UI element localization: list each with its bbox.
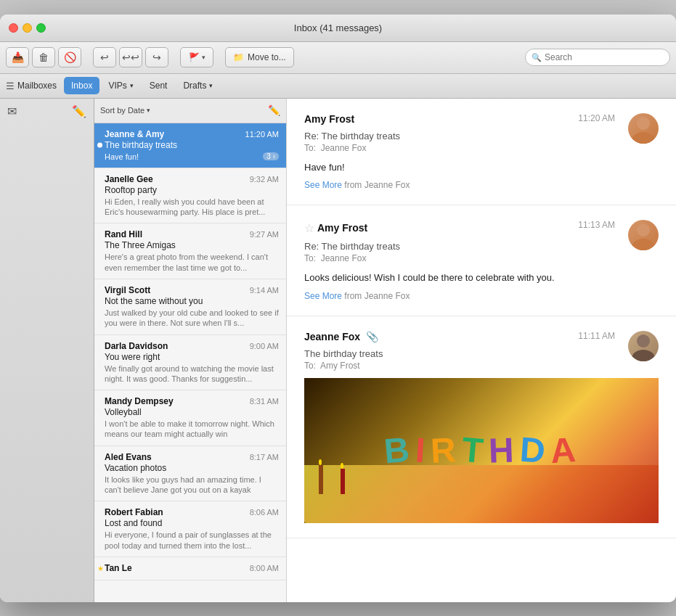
svg-point-1: [632, 132, 655, 144]
email-time: 9:32 AM: [250, 175, 279, 184]
compose-icon[interactable]: ✏️: [72, 104, 86, 118]
email-time: 8:31 AM: [250, 397, 279, 406]
see-more-link[interactable]: See More from Jeanne Fox: [304, 180, 659, 190]
message-subject: Re: The birthday treats: [304, 241, 571, 252]
reply-all-icon: ↩↩: [122, 52, 139, 63]
sidebar-header: ✉ ✏️: [0, 99, 94, 125]
sender-name: Rand Hill: [105, 229, 142, 239]
message-card: ☆ Amy Frost Re: The birthday treats To: …: [287, 205, 676, 316]
forward-button[interactable]: ↪: [145, 47, 168, 67]
mailboxes-label[interactable]: Mailboxes: [17, 81, 57, 91]
search-input[interactable]: [545, 52, 664, 62]
attachment-icon: 📎: [366, 331, 378, 342]
email-time: 8:06 AM: [250, 508, 279, 517]
message-time: 11:11 AM: [578, 331, 615, 341]
tab-vips-label: VIPs: [108, 81, 126, 91]
message-to: To: Jeanne Fox: [304, 253, 571, 263]
sort-chevron: ▾: [147, 107, 150, 114]
list-item[interactable]: Darla Davidson 9:00 AM You were right We…: [94, 335, 286, 391]
email-subject: The Three Amigas: [105, 240, 279, 250]
svg-point-3: [632, 239, 655, 250]
message-card: Amy Frost Re: The birthday treats To: Je…: [287, 99, 676, 206]
reply-all-button[interactable]: ↩↩: [119, 47, 142, 67]
message-from: Amy Frost: [317, 222, 367, 234]
move-icon: 📁: [233, 52, 244, 62]
tab-drafts[interactable]: Drafts ▾: [176, 77, 220, 94]
flag-chevron: ▾: [202, 54, 205, 61]
sender-name: Darla Davidson: [105, 341, 168, 351]
message-subject: The birthday treats: [304, 348, 571, 359]
list-item[interactable]: Virgil Scott 9:14 AM Not the same withou…: [94, 279, 286, 335]
list-item[interactable]: Robert Fabian 8:06 AM Lost and found Hi …: [94, 501, 286, 557]
message-from: Amy Frost: [304, 113, 354, 125]
move-to-button[interactable]: 📁 Move to...: [225, 47, 294, 67]
email-subject: Vacation photos: [105, 463, 279, 473]
email-time: 9:14 AM: [250, 286, 279, 295]
titlebar: Inbox (41 messages): [0, 15, 676, 42]
sender-name: Robert Fabian: [105, 507, 163, 517]
star-button[interactable]: ☆: [304, 221, 314, 235]
list-item[interactable]: Jeanne & Amy 11:20 AM The birthday treat…: [94, 123, 286, 168]
avatar: [628, 220, 659, 250]
mail-window: Inbox (41 messages) 📥 🗑 🚫 ↩ ↩↩ ↪ 🚩 ▾ 📁: [0, 15, 676, 602]
detail-pane: Amy Frost Re: The birthday treats To: Je…: [287, 99, 676, 602]
list-item[interactable]: Aled Evans 8:17 AM Vacation photos It lo…: [94, 446, 286, 502]
list-header: Sort by Date ▾ ✏️: [94, 99, 286, 123]
list-item[interactable]: ★ Tan Le 8:00 AM: [94, 557, 286, 580]
message-body: Looks delicious! Wish I could be there t…: [304, 271, 659, 285]
drafts-chevron: ▾: [209, 82, 213, 89]
unread-indicator: [97, 143, 102, 148]
search-bar[interactable]: 🔍: [525, 49, 670, 66]
mailbox-icon: ✉: [7, 104, 17, 118]
tab-sent[interactable]: Sent: [142, 77, 175, 94]
close-button[interactable]: [9, 23, 18, 33]
sender-name: Tan Le: [105, 563, 132, 573]
see-more-link[interactable]: See More from Jeanne Fox: [304, 291, 659, 301]
email-subject: You were right: [105, 352, 279, 362]
sender-name: Janelle Gee: [105, 174, 153, 184]
minimize-button[interactable]: [23, 23, 32, 33]
email-subject: The birthday treats: [105, 140, 279, 150]
main-content: ✉ ✏️ Sort by Date ▾ ✏️ Jeanne & Amy 1: [0, 99, 676, 602]
svg-point-4: [637, 334, 650, 348]
sender-name: Mandy Dempsey: [105, 396, 174, 406]
email-time: 8:17 AM: [250, 453, 279, 461]
message-time: 11:20 AM: [578, 113, 615, 123]
email-preview: I won't be able to make it tomorrow nigh…: [105, 419, 279, 440]
email-preview: We finally got around to watching the mo…: [105, 364, 279, 385]
tab-inbox-label: Inbox: [71, 81, 92, 91]
list-item[interactable]: Rand Hill 9:27 AM The Three Amigas Here'…: [94, 223, 286, 279]
tab-vips[interactable]: VIPs ▾: [101, 77, 140, 94]
message-meta: Amy Frost Re: The birthday treats To: Je…: [304, 113, 571, 160]
sidebar: ✉ ✏️: [0, 99, 94, 602]
delete-button[interactable]: 🗑: [32, 47, 55, 67]
email-subject: Volleyball: [105, 407, 279, 417]
email-time: 11:20 AM: [245, 130, 279, 139]
email-time: 9:00 AM: [250, 342, 279, 350]
junk-icon: 🚫: [64, 52, 76, 63]
email-preview: Just walked by your old cube and looked …: [105, 308, 279, 329]
list-item[interactable]: Janelle Gee 9:32 AM Rooftop party Hi Ede…: [94, 168, 286, 224]
reply-button[interactable]: ↩: [93, 47, 116, 67]
archive-button[interactable]: 📥: [6, 47, 29, 67]
list-item[interactable]: Mandy Dempsey 8:31 AM Volleyball I won't…: [94, 390, 286, 446]
message-list: Amy Frost Re: The birthday treats To: Je…: [287, 99, 676, 602]
email-preview: Hi Eden, I really wish you could have be…: [105, 197, 279, 218]
junk-button[interactable]: 🚫: [58, 47, 81, 67]
reply-icon: ↩: [100, 52, 109, 63]
sort-button[interactable]: Sort by Date ▾: [100, 106, 150, 115]
archive-icon: 📥: [12, 52, 24, 63]
thread-count: 3 ›: [263, 152, 279, 160]
sort-label-text: Sort by Date: [100, 106, 144, 115]
message-time: 11:13 AM: [578, 220, 615, 230]
tab-inbox[interactable]: Inbox: [64, 77, 99, 94]
maximize-button[interactable]: [36, 23, 46, 33]
svg-point-5: [632, 350, 655, 361]
message-subject: Re: The birthday treats: [304, 131, 571, 141]
toolbar: 📥 🗑 🚫 ↩ ↩↩ ↪ 🚩 ▾ 📁 Move to... 🔍: [0, 42, 676, 74]
move-label: Move to...: [248, 52, 286, 62]
compose-small-icon[interactable]: ✏️: [268, 104, 280, 116]
email-preview: Here's a great photo from the weekend. I…: [105, 252, 279, 273]
email-subject: Lost and found: [105, 518, 279, 528]
flag-button[interactable]: 🚩 ▾: [180, 47, 213, 67]
